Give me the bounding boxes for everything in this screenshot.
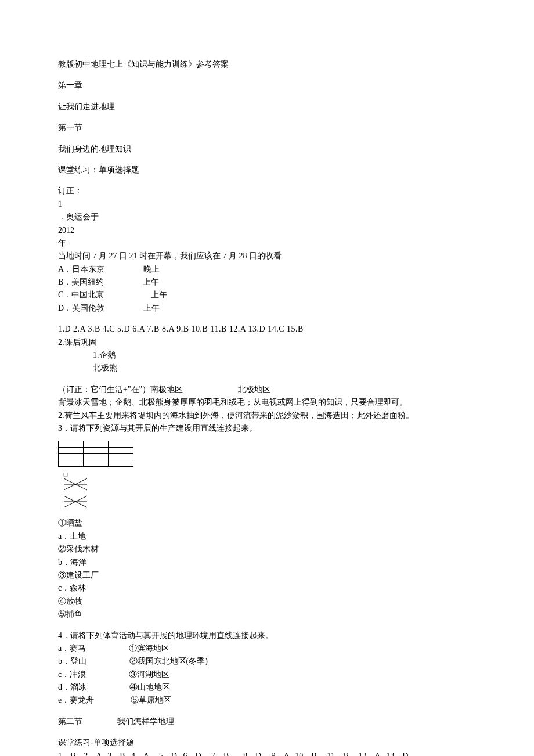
q1-year: 2012 <box>58 224 476 237</box>
list-item: a．赛马 ①滨海地区 <box>58 642 476 655</box>
correction-block: 订正： 1 ．奥运会于 2012 年 当地时间 7 月 27 日 21 时在开幕… <box>58 185 476 315</box>
q1-option-a: A．日本东京 晚上 <box>58 263 476 276</box>
list-item: ④放牧 <box>58 595 476 608</box>
chapter-heading: 第一章 <box>58 79 476 92</box>
after-class-item2: 北极熊 <box>58 362 476 375</box>
list-item: c．冲浪 ③河湖地区 <box>58 668 476 681</box>
list-item: ①晒盐 <box>58 517 476 530</box>
matching3-list: ①晒盐 a．土地 ②采伐木材 b．海洋 ③建设工厂 c．森林 ④放牧 ⑤捕鱼 <box>58 517 476 621</box>
q1-year-suffix: 年 <box>58 237 476 250</box>
section2-heading: 第二节 我们怎样学地理 <box>58 715 476 728</box>
q1-number: 1 <box>58 198 476 211</box>
list-item: a．土地 <box>58 530 476 543</box>
list-item: c．森林 <box>58 582 476 595</box>
small-table-graphic <box>58 441 134 467</box>
list-item: ②采伐木材 <box>58 543 476 556</box>
section1-subheading: 我们身边的地理知识 <box>58 143 476 156</box>
after-class-item1: 1.企鹅 <box>58 349 476 362</box>
correction2-line: （订正：它们生活+"在"）南极地区 北极地区 <box>58 383 476 396</box>
list-item: b．登山 ②我国东北地区(冬季) <box>58 655 476 668</box>
q4-stem: 4．请将下列体育活动与其开展的地理环境用直线连接起来。 <box>58 629 476 642</box>
matching4-list: a．赛马 ①滨海地区 b．登山 ②我国东北地区(冬季) c．冲浪 ③河湖地区 d… <box>58 642 476 707</box>
q1-option-b: B．美国纽约 上午 <box>58 276 476 289</box>
svg-rect-0 <box>64 473 67 476</box>
q1-stem: 当地时间 7 月 27 日 21 时在开幕，我们应该在 7 月 28 日的收看 <box>58 250 476 262</box>
list-item: e．赛龙舟 ⑤草原地区 <box>58 694 476 707</box>
holland-windmill-explanation: 2.荷兰风车主要用来将堤坝内的海水抽到外海，使河流带来的泥沙淤积，围海造田；此外… <box>58 409 476 422</box>
q1-option-c: C．中国北京 上午 <box>58 289 476 301</box>
correction-label: 订正： <box>58 185 476 197</box>
list-item: ③建设工厂 <box>58 569 476 582</box>
chapter-subheading: 让我们走进地理 <box>58 100 476 113</box>
section2-classroom-label: 课堂练习-单项选择题 <box>58 736 476 749</box>
q3-stem: 3．请将下列资源与其开展的生产建设用直线连接起来。 <box>58 422 476 435</box>
q1-dot-line: ．奥运会于 <box>58 211 476 224</box>
section1-heading: 第一节 <box>58 121 476 134</box>
document-title: 教版初中地理七上《知识与能力训练》参考答案 <box>58 58 476 71</box>
list-item: d．溜冰 ④山地地区 <box>58 681 476 694</box>
list-item: ⑤捕鱼 <box>58 608 476 621</box>
q1-option-d: D．英国伦敦 上午 <box>58 302 476 315</box>
answer-key-line1: 1.D 2.A 3.B 4.C 5.D 6.A 7.B 8.A 9.B 10.B… <box>58 323 476 336</box>
list-item: b．海洋 <box>58 556 476 569</box>
after-class-label: 2.课后巩固 <box>58 336 476 349</box>
section2-answers-line1: 1．B 2．A 3．B 4．A 5．D 6．D 7．B 8．D 9．A 10．B… <box>58 750 476 756</box>
matching-lines-icon <box>58 473 93 513</box>
classroom-practice-label: 课堂练习：单项选择题 <box>58 164 476 177</box>
background-explanation: 背景冰天雪地；企鹅、北极熊身被厚厚的羽毛和绒毛；从电视或网上得到的知识，只要合理… <box>58 396 476 409</box>
